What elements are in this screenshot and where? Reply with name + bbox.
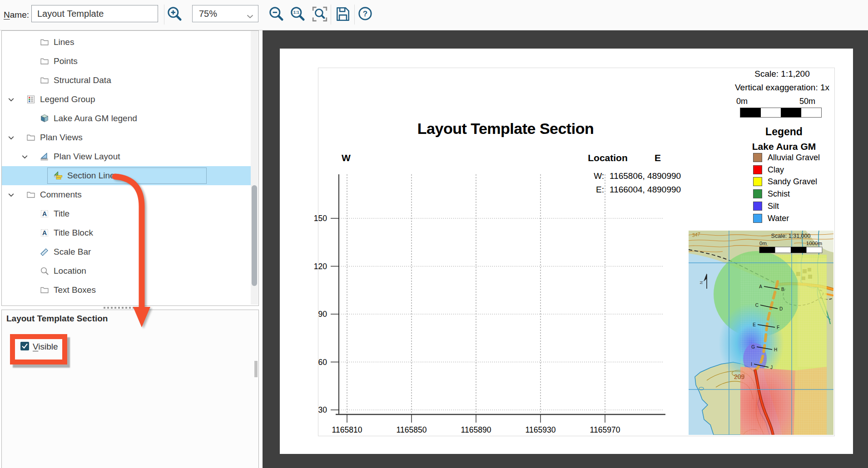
tree-item-title[interactable]: ATitle [2, 204, 251, 223]
zoom-level-select[interactable]: 75% [192, 5, 258, 22]
text-icon: A [40, 228, 49, 237]
legend-entry-label: Silt [768, 201, 779, 211]
tree-item-scale-bar[interactable]: Scale Bar [2, 242, 251, 261]
map-scalebar-right: 1000m [806, 241, 822, 246]
tree-item-label: Legend Group [40, 90, 95, 109]
map-marker-label: G [751, 345, 755, 350]
scale-text: Scale: 1:1,200 [687, 69, 868, 79]
help-icon[interactable]: ? [357, 5, 374, 23]
legend-entry-label: Sandy Gravel [768, 177, 817, 187]
east-endpoint-label: E [652, 153, 663, 163]
tree-item-label: Location [54, 261, 86, 281]
map-scale-bar [759, 247, 822, 253]
svg-text:?: ? [363, 10, 367, 18]
tree-item-lines[interactable]: Lines [2, 33, 251, 52]
magnifier-icon [40, 266, 49, 276]
legend-entry-label: Clay [768, 165, 784, 175]
zoom-in-icon[interactable] [166, 5, 184, 23]
map-marker-label: I [751, 362, 752, 367]
zoom-actual-size-icon[interactable]: 1:1 [289, 5, 307, 23]
chevron-down-icon[interactable] [21, 153, 29, 163]
chevron-down-icon[interactable] [7, 191, 15, 201]
tree-item-section-line[interactable]: Section Line [2, 166, 251, 185]
name-label: Name: [4, 0, 29, 30]
text-icon: A [40, 209, 49, 218]
tree-item-text-boxes[interactable]: Text Boxes [2, 281, 251, 300]
preview-title: Layout Template Section [280, 120, 731, 138]
legend-swatch [753, 153, 762, 162]
svg-text:1:1: 1:1 [293, 10, 299, 15]
tree-item-label: Comments [40, 185, 82, 204]
svg-text:A: A [42, 210, 47, 217]
tree-item-label: Plan View Layout [54, 147, 120, 166]
properties-scrollbar-thumb[interactable] [254, 361, 258, 377]
chevron-down-icon[interactable] [7, 134, 15, 143]
highlight-rectangle [10, 334, 67, 365]
folder-icon [26, 190, 35, 199]
application-window: Name: 75% 1:1 ? LinesPointsStructural Da… [0, 0, 868, 468]
tree-item-label: Lake Aura GM legend [54, 109, 137, 128]
tree-item-points[interactable]: Points [2, 52, 251, 71]
legend-entry-label: Alluvial Gravel [768, 153, 820, 163]
tree-scrollbar[interactable] [251, 31, 258, 305]
tree-item-label: Structural Data [54, 71, 111, 90]
vertical-exaggeration-text: Vertical exaggeration: 1x [687, 83, 868, 93]
map-marker-label: J [770, 365, 773, 370]
tree-item-lake-aura-gm-legend[interactable]: Lake Aura GM legend [2, 109, 251, 128]
legend-swatch [753, 214, 762, 223]
tree-item-structural-data[interactable]: Structural Data [2, 71, 251, 90]
svg-text:N: N [699, 281, 704, 285]
folder-icon [40, 57, 49, 66]
scalebar-left-label: 0m [736, 97, 748, 106]
map-marker-label: E [753, 322, 756, 327]
legend-entry-label: Water [768, 213, 789, 223]
tree-item-label: Title Block [54, 223, 93, 242]
folder-icon [26, 133, 35, 142]
tree-item-label: Scale Bar [54, 242, 91, 261]
tree-item-plan-view-layout[interactable]: Plan View Layout [2, 147, 251, 166]
layout-name-input[interactable] [31, 5, 158, 22]
tree-scrollbar-thumb[interactable] [252, 185, 257, 286]
location-row-value: 1166004, 4890990 [610, 185, 681, 194]
map-marker-label: A [759, 284, 762, 289]
tree-item-comments[interactable]: Comments [2, 185, 251, 204]
legend-group-title: Lake Aura GM [687, 141, 868, 152]
map-marker-label: C [755, 303, 759, 308]
location-row-label: E: [570, 185, 604, 195]
tree-item-plan-views[interactable]: Plan Views [2, 128, 251, 147]
properties-panel: Layout Template Section Visible [1, 310, 259, 468]
plan-view-map: 209 347 ABCDEFGHIJ N Scale: 1:31,000 0m … [689, 231, 833, 435]
layout-canvas: Layout Template Section W Location E W:1… [263, 30, 868, 468]
tree-item-label: Points [54, 52, 78, 71]
zoom-out-icon[interactable] [268, 5, 285, 23]
legend-icon [26, 95, 35, 104]
tree-item-location[interactable]: Location [2, 261, 251, 281]
tree-item-title-block[interactable]: ATitle Block [2, 223, 251, 242]
tree-item-legend-group[interactable]: Legend Group [2, 90, 251, 109]
layout-object-tree: LinesPointsStructural DataLegend GroupLa… [1, 30, 259, 306]
map-marker-label: F [777, 325, 779, 330]
tree-item-label: Section Line [67, 166, 115, 185]
chevron-down-icon[interactable] [7, 96, 15, 105]
panel-splitter[interactable] [104, 307, 143, 309]
map-scale-text: Scale: 1:31,000 [771, 233, 811, 239]
legend-swatch [753, 165, 762, 174]
map-contour-label-209: 209 [734, 373, 745, 380]
tree-item-label: Title [54, 204, 69, 223]
folder-icon [40, 286, 49, 295]
zoom-fit-icon[interactable] [311, 5, 328, 23]
tree-item-label: Text Boxes [54, 281, 96, 300]
map-marker-label: H [774, 347, 777, 352]
legend-entry-label: Schist [768, 189, 790, 199]
map-marker-label: D [779, 306, 783, 311]
tree-item-label: Lines [54, 33, 74, 52]
toolbar-separator [164, 5, 164, 25]
scalebar-right-label: 50m [799, 97, 815, 106]
toolbar-separator [331, 5, 331, 25]
save-icon[interactable] [334, 5, 352, 23]
legend-title: Legend [687, 126, 868, 138]
planview-icon [40, 152, 49, 161]
sectionline-icon [54, 171, 63, 180]
location-row-label: W: [570, 171, 604, 181]
properties-header: Layout Template Section [6, 314, 108, 324]
